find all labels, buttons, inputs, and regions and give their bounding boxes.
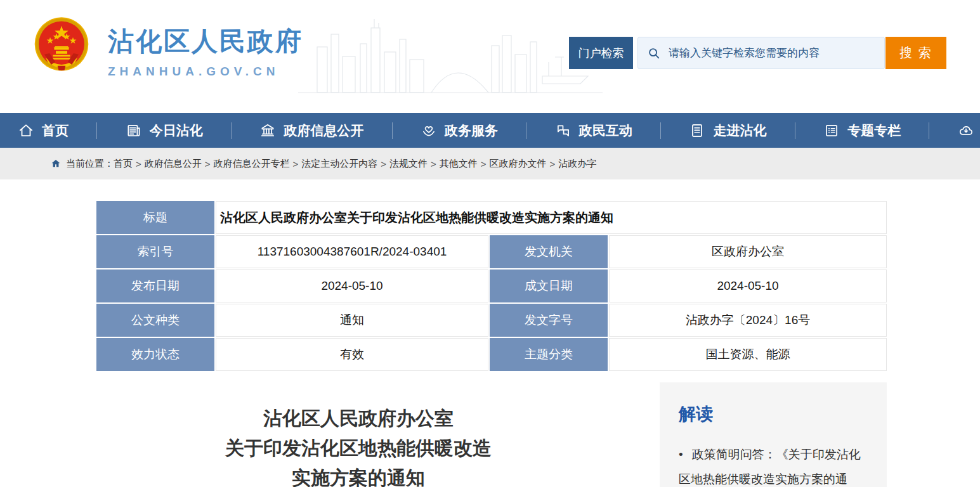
breadcrumb-item-current[interactable]: 沾政办字 [558, 158, 596, 170]
breadcrumb-item-regulations[interactable]: 法规文件 [389, 158, 428, 170]
meta-value-title: 沾化区人民政府办公室关于印发沾化区地热能供暖改造实施方案的通知 [216, 201, 887, 234]
meta-value-doc-type: 通知 [216, 304, 488, 337]
nav-item-home[interactable]: 首页 [18, 122, 69, 140]
gov-building-icon [259, 122, 276, 139]
site-name: 沾化区人民政府 [108, 24, 303, 59]
meta-value-publish-date: 2024-05-10 [216, 269, 488, 302]
meta-label-index-number: 索引号 [96, 235, 214, 268]
meta-label-validity-status: 效力状态 [96, 338, 214, 371]
site-title-block: 沾化区人民政府 ZHANHUA.GOV.CN [108, 16, 303, 79]
meta-value-topic-category: 国土资源、能源 [609, 338, 887, 371]
breadcrumb-separator: > [136, 159, 141, 169]
list-icon [823, 122, 840, 139]
breadcrumb-item-statutory-content[interactable]: 法定主动公开内容 [301, 158, 377, 170]
table-row: 公文种类 通知 发文字号 沾政办字〔2024〕16号 [96, 304, 887, 337]
harbor-sketch-art [298, 9, 603, 110]
search-area: 门户检索 搜 索 [569, 37, 946, 69]
table-row: 效力状态 有效 主题分类 国土资源、能源 [96, 338, 887, 371]
search-box [637, 37, 885, 69]
nav-label: 今日沾化 [150, 122, 203, 140]
document-title-line: 实施方案的通知 [95, 463, 622, 487]
breadcrumb-separator: > [431, 159, 436, 169]
main-navigation: 首页 今日沾化 政府信息公开 [0, 113, 980, 148]
nav-item-special-columns[interactable]: 专题专栏 [823, 122, 901, 140]
nav-divider [96, 122, 97, 139]
nav-label: 首页 [42, 122, 69, 140]
breadcrumb-label: 当前位置： [66, 158, 114, 170]
nav-divider [929, 122, 929, 139]
nav-item-open-data[interactable]: 数据开放 [958, 122, 980, 140]
nav-item-info-disclosure[interactable]: 政府信息公开 [259, 122, 363, 140]
nav-label: 专题专栏 [847, 122, 901, 140]
breadcrumb-separator: > [550, 159, 556, 169]
site-domain: ZHANHUA.GOV.CN [108, 65, 303, 79]
news-icon [126, 122, 142, 139]
site-header: 沾化区人民政府 ZHANHUA.GOV.CN 门户检索 搜 索 [0, 0, 980, 113]
document-title-line: 沾化区人民政府办公室 [95, 403, 622, 433]
meta-value-issuing-agency: 区政府办公室 [609, 235, 887, 268]
breadcrumb-separator: > [481, 159, 487, 169]
interpretation-panel: 解读 •政策简明问答：《关于印发沾化区地热能供暖改造实施方案的通知》解读 [660, 382, 887, 487]
meta-value-doc-number: 沾政办字〔2024〕16号 [609, 304, 887, 337]
nav-label: 政务服务 [445, 122, 498, 140]
interpretation-panel-title: 解读 [679, 403, 870, 425]
document-title: 沾化区人民政府办公室 关于印发沾化区地热能供暖改造 实施方案的通知 [95, 403, 622, 487]
bullet-icon: • [679, 448, 683, 461]
national-emblem-icon [33, 16, 90, 77]
search-icon [647, 46, 661, 60]
breadcrumb-home-icon [51, 159, 61, 169]
service-hands-icon [421, 122, 437, 139]
nav-label: 走进沾化 [713, 122, 766, 140]
table-row: 发布日期 2024-05-10 成文日期 2024-05-10 [96, 269, 887, 302]
meta-label-topic-category: 主题分类 [490, 338, 608, 371]
document-title-line: 关于印发沾化区地热能供暖改造 [95, 433, 622, 463]
home-icon [18, 122, 34, 139]
nav-item-today[interactable]: 今日沾化 [126, 122, 203, 140]
nav-divider [392, 122, 393, 139]
breadcrumb-item-other-docs[interactable]: 其他文件 [440, 158, 478, 170]
breadcrumb-separator: > [293, 159, 299, 169]
meta-label-doc-type: 公文种类 [96, 304, 214, 337]
meta-label-publish-date: 发布日期 [96, 269, 214, 302]
breadcrumb-item-district-office-docs[interactable]: 区政府办文件 [490, 158, 547, 170]
breadcrumb-separator: > [205, 159, 211, 169]
breadcrumb-item-disclosure-column[interactable]: 政府信息公开专栏 [214, 158, 290, 170]
page: 沾化区人民政府 ZHANHUA.GOV.CN 门户检索 搜 索 首页 [0, 0, 980, 487]
breadcrumb: 当前位置： 首页 > 政府信息公开 > 政府信息公开专栏 > 法定主动公开内容 … [0, 148, 980, 179]
cloud-download-icon [958, 122, 974, 139]
meta-value-index-number: 11371603004387601R/2024-03401 [216, 235, 488, 268]
nav-divider [795, 122, 795, 139]
site-logo[interactable]: 沾化区人民政府 ZHANHUA.GOV.CN [33, 16, 303, 79]
meta-value-validity-status: 有效 [216, 338, 488, 371]
meta-label-doc-number: 发文字号 [490, 304, 608, 337]
document-icon [689, 122, 705, 139]
interpretation-link-text: 政策简明问答：《关于印发沾化区地热能供暖改造实施方案的通知》解读 [679, 448, 861, 487]
nav-label: 政府信息公开 [284, 122, 363, 140]
search-submit-button[interactable]: 搜 索 [885, 37, 946, 69]
search-input[interactable] [669, 47, 875, 60]
nav-divider [231, 122, 232, 139]
interpretation-link[interactable]: •政策简明问答：《关于印发沾化区地热能供暖改造实施方案的通知》解读 [679, 442, 870, 487]
nav-item-services[interactable]: 政务服务 [421, 122, 498, 140]
document-meta-table: 标题 沾化区人民政府办公室关于印发沾化区地热能供暖改造实施方案的通知 索引号 1… [95, 200, 888, 372]
meta-label-issuing-agency: 发文机关 [490, 235, 608, 268]
portal-search-button[interactable]: 门户检索 [569, 37, 633, 69]
meta-label-title: 标题 [96, 201, 214, 234]
meta-value-written-date: 2024-05-10 [609, 269, 887, 302]
nav-divider [660, 122, 661, 139]
interaction-chat-icon [555, 122, 572, 139]
nav-item-about[interactable]: 走进沾化 [689, 122, 766, 140]
meta-label-written-date: 成文日期 [490, 269, 608, 302]
table-row: 索引号 11371603004387601R/2024-03401 发文机关 区… [96, 235, 887, 268]
table-row-title: 标题 沾化区人民政府办公室关于印发沾化区地热能供暖改造实施方案的通知 [96, 201, 887, 234]
breadcrumb-item-home[interactable]: 首页 [114, 158, 133, 170]
breadcrumb-item-info-disclosure[interactable]: 政府信息公开 [145, 158, 202, 170]
breadcrumb-separator: > [381, 159, 386, 169]
nav-item-interaction[interactable]: 政民互动 [555, 122, 632, 140]
nav-divider [526, 122, 526, 139]
nav-label: 政民互动 [579, 122, 632, 140]
